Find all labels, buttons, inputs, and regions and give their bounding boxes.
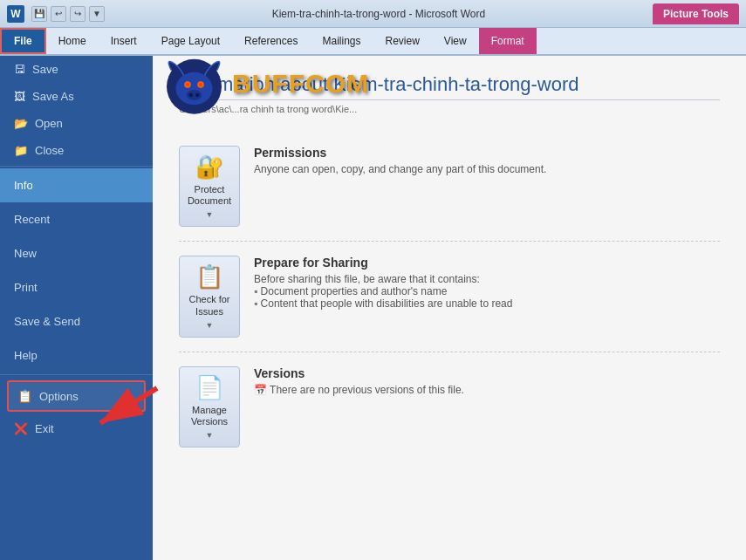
sidebar-item-help[interactable]: Help — [0, 338, 153, 372]
prepare-content: Prepare for Sharing Before sharing this … — [254, 256, 720, 310]
sidebar-help-label: Help — [14, 349, 38, 362]
sidebar-divider-1 — [0, 166, 153, 167]
sidebar-item-info[interactable]: Info — [0, 168, 153, 202]
undo-btn[interactable]: ↩ — [51, 6, 66, 22]
sidebar-close-label: Close — [35, 144, 64, 157]
title-bar: W 💾 ↩ ↪ ▼ Kiem-tra-chinh-ta-trong-word -… — [0, 0, 746, 28]
check-icon: 📋 — [195, 263, 223, 290]
picture-tools-tab: Picture Tools — [653, 3, 739, 24]
quick-save-btn[interactable]: 💾 — [31, 6, 47, 22]
sidebar-savesend-label: Save & Send — [14, 315, 80, 328]
tab-insert[interactable]: Insert — [99, 28, 149, 54]
word-icon: W — [7, 5, 24, 23]
protect-label: ProtectDocument — [188, 184, 231, 207]
tab-review[interactable]: Review — [373, 28, 431, 54]
content-path: C:\Users\ac\...ra chinh ta trong word\Ki… — [179, 104, 720, 114]
sidebar-item-saveas[interactable]: 🖼 Save As — [0, 83, 153, 110]
versions-section: 📄 ManageVersions ▼ Versions 📅 There are … — [179, 352, 720, 461]
content-title: Information about Kiem-tra-chinh-ta-tron… — [179, 73, 720, 100]
sidebar-save-label: Save — [32, 63, 58, 76]
prepare-section: 📋 Check forIssues ▼ Prepare for Sharing … — [179, 242, 720, 352]
options-icon: 📋 — [17, 389, 32, 403]
versions-dropdown-arrow: ▼ — [206, 431, 214, 440]
tab-references[interactable]: References — [232, 28, 310, 54]
options-box: 📋 Options — [7, 380, 146, 412]
customize-btn[interactable]: ▼ — [89, 6, 105, 22]
window-title: Kiem-tra-chinh-ta-trong-word - Microsoft… — [105, 8, 653, 20]
open-icon: 📂 — [14, 117, 28, 130]
sidebar-item-close[interactable]: 📁 Close — [0, 137, 153, 164]
sidebar-divider-2 — [0, 374, 153, 375]
save-icon: 🖫 — [14, 63, 25, 76]
sidebar-recent-label: Recent — [14, 213, 50, 226]
sidebar-new-label: New — [14, 247, 37, 260]
sidebar-info-label: Info — [14, 179, 33, 192]
manage-versions-button[interactable]: 📄 ManageVersions ▼ — [179, 366, 240, 447]
check-dropdown-arrow: ▼ — [206, 321, 214, 330]
sidebar-saveas-label: Save As — [32, 90, 74, 103]
sidebar-item-recent[interactable]: Recent — [0, 202, 153, 236]
tab-mailings[interactable]: Mailings — [310, 28, 373, 54]
versions-icon: 📄 — [195, 374, 223, 401]
prepare-item-2: Content that people with disabilities ar… — [254, 297, 720, 310]
redo-btn[interactable]: ↪ — [70, 6, 86, 22]
sidebar-item-print[interactable]: Print — [0, 270, 153, 304]
prepare-desc: Before sharing this file, be aware that … — [254, 273, 720, 310]
tab-page-layout[interactable]: Page Layout — [149, 28, 232, 54]
protect-dropdown-arrow: ▼ — [206, 210, 214, 219]
sidebar-print-label: Print — [14, 281, 38, 294]
sidebar-item-save[interactable]: 🖫 Save — [0, 56, 153, 83]
versions-content: Versions 📅 There are no previous version… — [254, 366, 720, 396]
saveas-icon: 🖼 — [14, 90, 25, 103]
tab-view[interactable]: View — [432, 28, 479, 54]
content-area: Information about Kiem-tra-chinh-ta-tron… — [153, 56, 746, 560]
sidebar-item-new[interactable]: New — [0, 236, 153, 270]
sidebar-item-open[interactable]: 📂 Open — [0, 110, 153, 137]
sidebar-item-options[interactable]: 📋 Options — [9, 382, 144, 410]
permissions-title: Permissions — [254, 146, 720, 160]
prepare-item-1: Document properties and author's name — [254, 285, 720, 297]
sidebar-open-label: Open — [35, 117, 63, 130]
protect-document-button[interactable]: 🔐 ProtectDocument ▼ — [179, 146, 240, 227]
sidebar: 🖫 Save 🖼 Save As 📂 Open 📁 Close Info Rec… — [0, 56, 153, 560]
versions-icon-inline: 📅 — [254, 384, 267, 396]
versions-label: ManageVersions — [191, 405, 228, 427]
sidebar-options-label: Options — [39, 390, 79, 403]
sidebar-item-savesend[interactable]: Save & Send — [0, 304, 153, 338]
versions-desc: 📅 There are no previous versions of this… — [254, 384, 720, 396]
permissions-section: 🔐 ProtectDocument ▼ Permissions Anyone c… — [179, 132, 720, 242]
permissions-desc: Anyone can open, copy, and change any pa… — [254, 163, 720, 175]
tab-home[interactable]: Home — [46, 28, 99, 54]
check-issues-button[interactable]: 📋 Check forIssues ▼ — [179, 256, 240, 337]
versions-title: Versions — [254, 366, 720, 380]
sidebar-exit-label: Exit — [35, 422, 54, 435]
check-label: Check forIssues — [188, 294, 229, 317]
ribbon: File Home Insert Page Layout References … — [0, 28, 746, 56]
permissions-content: Permissions Anyone can open, copy, and c… — [254, 146, 720, 175]
close-icon: 📁 — [14, 144, 28, 157]
main-layout: 🖫 Save 🖼 Save As 📂 Open 📁 Close Info Rec… — [0, 56, 746, 560]
lock-icon: 🔐 — [195, 154, 223, 181]
exit-icon: ❌ — [14, 422, 28, 435]
tab-file[interactable]: File — [0, 28, 46, 54]
prepare-title: Prepare for Sharing — [254, 256, 720, 270]
sidebar-item-exit[interactable]: ❌ Exit — [0, 415, 153, 442]
tab-format[interactable]: Format — [479, 28, 537, 54]
